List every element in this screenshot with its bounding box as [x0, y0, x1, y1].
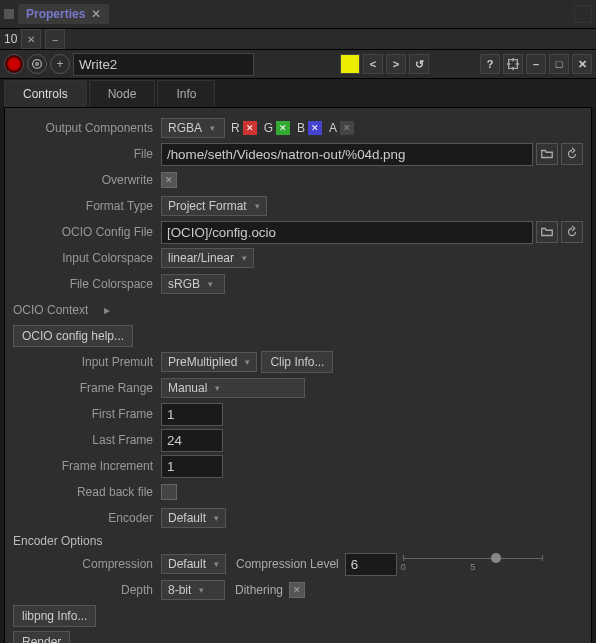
tab-label: Properties [26, 7, 85, 21]
dithering-checkbox[interactable] [289, 582, 305, 598]
gear-icon[interactable] [27, 54, 47, 74]
dock-icon[interactable] [4, 9, 14, 19]
read-back-label: Read back file [13, 485, 161, 499]
compression-level-slider[interactable]: 0 5 [403, 554, 543, 574]
ocio-config-label: OCIO Config File [13, 225, 161, 239]
maximize-icon[interactable]: □ [549, 54, 569, 74]
ocio-reload-icon[interactable] [561, 221, 583, 243]
tab-info[interactable]: Info [157, 80, 215, 107]
ch-r-label: R [231, 121, 240, 135]
encoder-options-header: Encoder Options [13, 534, 583, 548]
ch-b-label: B [297, 121, 305, 135]
dithering-label: Dithering [235, 583, 283, 597]
slider-tick-0: 0 [401, 562, 406, 572]
prev-icon[interactable]: < [363, 54, 383, 74]
svg-point-0 [33, 60, 42, 69]
depth-dropdown[interactable]: 8-bit [161, 580, 225, 600]
ch-a-toggle[interactable]: ✕ [340, 121, 354, 135]
ch-g-toggle[interactable]: ✕ [276, 121, 290, 135]
node-name-input[interactable] [73, 53, 254, 76]
input-premult-label: Input Premult [13, 355, 161, 369]
output-components-label: Output Components [13, 121, 161, 135]
frame-range-label: Frame Range [13, 381, 161, 395]
compression-level-label: Compression Level [236, 557, 339, 571]
ocio-help-button[interactable]: OCIO config help... [13, 325, 133, 347]
libpng-info-button[interactable]: libpng Info... [13, 605, 96, 627]
tab-controls[interactable]: Controls [4, 80, 87, 107]
properties-toolbar: 10 ✕ – [0, 29, 596, 50]
file-colorspace-dropdown[interactable]: sRGB [161, 274, 225, 294]
node-color-swatch[interactable] [340, 54, 360, 74]
expand-icon[interactable]: ▸ [104, 303, 110, 317]
format-type-dropdown[interactable]: Project Format [161, 196, 267, 216]
folder-icon[interactable] [536, 143, 558, 165]
panel-count: 10 [4, 32, 17, 46]
format-type-label: Format Type [13, 199, 161, 213]
add-icon[interactable]: + [50, 54, 70, 74]
input-colorspace-dropdown[interactable]: linear/Linear [161, 248, 254, 268]
compression-label: Compression [13, 557, 161, 571]
node-tabs: Controls Node Info [0, 79, 596, 107]
minimize-all-icon[interactable]: – [45, 29, 65, 49]
ch-b-toggle[interactable]: ✕ [308, 121, 322, 135]
ocio-folder-icon[interactable] [536, 221, 558, 243]
slider-tick-5: 5 [470, 562, 475, 572]
frame-increment-label: Frame Increment [13, 459, 161, 473]
input-premult-dropdown[interactable]: PreMultiplied [161, 352, 257, 372]
encoder-label: Encoder [13, 511, 161, 525]
help-icon[interactable]: ? [480, 54, 500, 74]
overwrite-checkbox[interactable] [161, 172, 177, 188]
tab-node[interactable]: Node [89, 80, 156, 107]
ch-g-label: G [264, 121, 273, 135]
window-button[interactable] [574, 5, 592, 23]
output-components-dropdown[interactable]: RGBA [161, 118, 225, 138]
compression-level-input[interactable] [345, 553, 397, 576]
reload-icon[interactable] [561, 143, 583, 165]
first-frame-input[interactable] [161, 403, 223, 426]
frame-range-dropdown[interactable]: Manual [161, 378, 305, 398]
first-frame-label: First Frame [13, 407, 161, 421]
ocio-config-input[interactable] [161, 221, 533, 244]
last-frame-input[interactable] [161, 429, 223, 452]
svg-point-1 [36, 63, 39, 66]
file-colorspace-label: File Colorspace [13, 277, 161, 291]
depth-label: Depth [13, 583, 161, 597]
centre-icon[interactable] [503, 54, 523, 74]
ch-a-label: A [329, 121, 337, 135]
title-bar: Properties ✕ [0, 0, 596, 29]
file-input[interactable] [161, 143, 533, 166]
record-icon[interactable] [4, 54, 24, 74]
slider-thumb[interactable] [491, 553, 501, 563]
clear-icon[interactable]: ✕ [21, 29, 41, 49]
compression-dropdown[interactable]: Default [161, 554, 226, 574]
properties-tab[interactable]: Properties ✕ [18, 4, 109, 24]
clip-info-button[interactable]: Clip Info... [261, 351, 333, 373]
minimize-icon[interactable]: – [526, 54, 546, 74]
ch-r-toggle[interactable]: ✕ [243, 121, 257, 135]
ocio-context-label: OCIO Context [13, 303, 96, 317]
frame-increment-input[interactable] [161, 455, 223, 478]
node-header: + < > ↺ ? – □ ✕ [0, 50, 596, 79]
close-icon[interactable]: ✕ [91, 7, 101, 21]
encoder-dropdown[interactable]: Default [161, 508, 226, 528]
render-button[interactable]: Render [13, 631, 70, 643]
undo-icon[interactable]: ↺ [409, 54, 429, 74]
file-label: File [13, 147, 161, 161]
overwrite-label: Overwrite [13, 173, 161, 187]
close-panel-icon[interactable]: ✕ [572, 54, 592, 74]
input-colorspace-label: Input Colorspace [13, 251, 161, 265]
controls-panel: Output Components RGBA R✕ G✕ B✕ A✕ File … [4, 107, 592, 643]
last-frame-label: Last Frame [13, 433, 161, 447]
next-icon[interactable]: > [386, 54, 406, 74]
read-back-checkbox[interactable] [161, 484, 177, 500]
